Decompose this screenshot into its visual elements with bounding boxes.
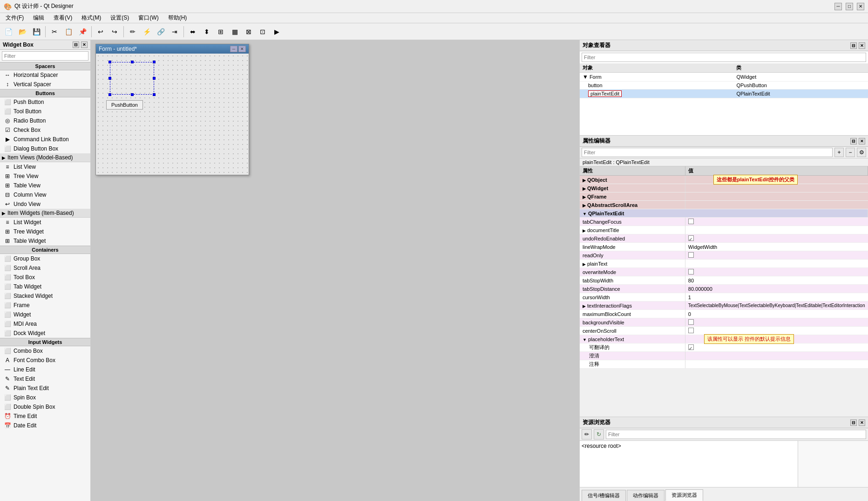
resource-filter[interactable]	[606, 430, 866, 439]
form-content[interactable]: PushButton	[96, 54, 249, 175]
handle-tl[interactable]	[108, 61, 111, 63]
checkbox-overwritemode[interactable]	[688, 269, 694, 275]
minimize-button[interactable]: ─	[834, 3, 842, 10]
close-button[interactable]: ✕	[857, 3, 864, 10]
widget-item-time-edit[interactable]: ⏰ Time Edit	[0, 412, 90, 421]
push-button-in-form[interactable]: PushButton	[106, 100, 143, 110]
widget-item-horizontal-spacer[interactable]: ↔ Horizontal Spacer	[0, 70, 90, 80]
toolbar-buddy[interactable]: 🔗	[154, 25, 167, 38]
widget-item-spin-box[interactable]: ⬜ Spin Box	[0, 393, 90, 402]
widget-item-tree-view[interactable]: ⊞ Tree View	[0, 172, 90, 181]
property-filter[interactable]	[582, 148, 833, 157]
prop-row-cursorwidth[interactable]: cursorWidth 1	[580, 293, 868, 302]
prop-settings-btn[interactable]: ⚙	[857, 148, 866, 157]
widget-box-float-btn[interactable]: ⊟	[73, 41, 79, 48]
widget-item-tab-widget[interactable]: ⬜ Tab Widget	[0, 282, 90, 291]
prop-row-overwritemode[interactable]: overwriteMode	[580, 268, 868, 276]
handle-tm[interactable]	[131, 61, 134, 63]
checkbox-readonly[interactable]	[688, 252, 694, 258]
widget-item-scroll-area[interactable]: ⬜ Scroll Area	[0, 263, 90, 273]
menu-help[interactable]: 帮助(H)	[164, 13, 191, 23]
resource-root-item[interactable]: <resource root>	[582, 443, 621, 449]
prop-row-disambiguation[interactable]: 澄清	[580, 352, 868, 360]
object-inspector-close-btn[interactable]: ✕	[859, 42, 865, 49]
widget-item-dock-widget[interactable]: ⬜ Dock Widget	[0, 329, 90, 338]
widget-item-check-box[interactable]: ☑ Check Box	[0, 125, 90, 135]
widget-item-tool-button[interactable]: ⬜ Tool Button	[0, 107, 90, 116]
widget-item-command-link-button[interactable]: ▶ Command Link Button	[0, 135, 90, 144]
tab-resource-browser[interactable]: 资源浏览器	[665, 489, 703, 501]
widget-item-combo-box[interactable]: ⬜ Combo Box	[0, 346, 90, 356]
menu-file[interactable]: 文件(F)	[2, 13, 27, 23]
tab-signal-slot[interactable]: 信号/槽编辑器	[582, 490, 626, 501]
prop-row-plaintext[interactable]: ▶plainText	[580, 260, 868, 268]
resource-edit-btn[interactable]: ✏	[582, 429, 592, 439]
widget-item-stacked-widget[interactable]: ⬜ Stacked Widget	[0, 291, 90, 301]
widget-box-filter[interactable]	[2, 51, 88, 61]
widget-item-vertical-spacer[interactable]: ↕ Vertical Spacer	[0, 80, 90, 89]
checkbox-translatable[interactable]	[688, 344, 694, 350]
widget-item-list-widget[interactable]: ≡ List Widget	[0, 218, 90, 227]
handle-br[interactable]	[153, 93, 156, 96]
toolbar-layout-break[interactable]: ⊠	[242, 25, 255, 38]
prop-row-documenttitle[interactable]: ▶documentTitle	[580, 226, 868, 234]
widget-item-column-view[interactable]: ⊟ Column View	[0, 190, 90, 199]
handle-bl[interactable]	[108, 93, 111, 96]
toolbar-adjust[interactable]: ⊡	[256, 25, 269, 38]
prop-group-qwidget[interactable]: ▶QWidget	[580, 184, 868, 192]
form-close-btn[interactable]: ✕	[238, 46, 246, 52]
prop-row-tabchangefocus[interactable]: tabChangeFocus	[580, 218, 868, 226]
object-inspector-filter[interactable]	[582, 53, 866, 62]
menu-edit[interactable]: 编辑	[29, 13, 48, 23]
widget-item-date-edit[interactable]: 📅 Date Edit	[0, 421, 90, 430]
obj-row-plaintextedit[interactable]: plainTextEdit QPlainTextEdit	[580, 89, 868, 98]
widget-item-group-box[interactable]: ⬜ Group Box	[0, 254, 90, 263]
obj-row-form[interactable]: ▼Form QWidget	[580, 73, 868, 82]
toolbar-undo[interactable]: ↩	[94, 25, 107, 38]
handle-mr[interactable]	[153, 77, 156, 80]
prop-row-readonly[interactable]: readOnly	[580, 251, 868, 260]
obj-row-button[interactable]: button QPushButton	[580, 82, 868, 89]
checkbox-undoredoenabled[interactable]	[688, 235, 694, 241]
widget-item-text-edit[interactable]: ✎ Text Edit	[0, 374, 90, 384]
handle-tr[interactable]	[153, 61, 156, 63]
prop-add-btn[interactable]: +	[834, 148, 844, 157]
toggle-item-views[interactable]: ▶ Item Views (Model-Based)	[0, 153, 90, 162]
menu-window[interactable]: 窗口(W)	[135, 13, 162, 23]
prop-row-centeronscroll[interactable]: centerOnScroll	[580, 327, 868, 335]
widget-item-radio-button[interactable]: ◎ Radio Button	[0, 116, 90, 125]
checkbox-tabchangefocus[interactable]	[688, 219, 694, 224]
prop-row-backgroundvisible[interactable]: backgroundVisible	[580, 318, 868, 327]
tab-action-editor[interactable]: 动作编辑器	[627, 490, 665, 501]
menu-view[interactable]: 查看(V)	[50, 13, 76, 23]
handle-bm[interactable]	[131, 93, 134, 96]
widget-item-frame[interactable]: ⬜ Frame	[0, 301, 90, 310]
form-expand-tri[interactable]: ▼	[583, 74, 588, 80]
toolbar-tab-order[interactable]: ⇥	[168, 25, 181, 38]
toolbar-new[interactable]: 📄	[2, 25, 15, 38]
prop-remove-btn[interactable]: −	[846, 148, 855, 157]
prop-group-qframe[interactable]: ▶QFrame	[580, 192, 868, 201]
widget-box-close-btn[interactable]: ✕	[81, 41, 88, 48]
handle-ml[interactable]	[108, 77, 111, 80]
checkbox-backgroundvisible[interactable]	[688, 319, 694, 325]
widget-item-table-widget[interactable]: ⊞ Table Widget	[0, 236, 90, 246]
widget-item-mdi-area[interactable]: ⬜ MDI Area	[0, 319, 90, 329]
toolbar-signal-slot[interactable]: ⚡	[140, 25, 153, 38]
widget-item-double-spin-box[interactable]: ⬜ Double Spin Box	[0, 402, 90, 412]
toolbar-open[interactable]: 📂	[16, 25, 29, 38]
prop-row-tabstopwidth[interactable]: tabStopWidth 80	[580, 276, 868, 285]
form-minimize-btn[interactable]: ─	[230, 46, 237, 52]
resource-refresh-btn[interactable]: ↻	[594, 429, 604, 439]
toolbar-redo[interactable]: ↪	[108, 25, 121, 38]
menu-format[interactable]: 格式(M)	[78, 13, 105, 23]
prop-group-qabstractscrollarea[interactable]: ▶QAbstractScrollArea	[580, 201, 868, 209]
property-editor-close-btn[interactable]: ✕	[859, 138, 865, 144]
widget-item-line-edit[interactable]: — Line Edit	[0, 365, 90, 374]
title-bar-right[interactable]: ─ □ ✕	[834, 3, 864, 10]
design-area[interactable]: Form - untitled* ─ ✕	[91, 40, 579, 501]
widget-item-list-view[interactable]: ≡ List View	[0, 162, 90, 172]
resource-browser-close-btn[interactable]: ✕	[859, 419, 865, 426]
toolbar-widget-edit[interactable]: ✏	[126, 25, 139, 38]
menu-settings[interactable]: 设置(S)	[107, 13, 133, 23]
